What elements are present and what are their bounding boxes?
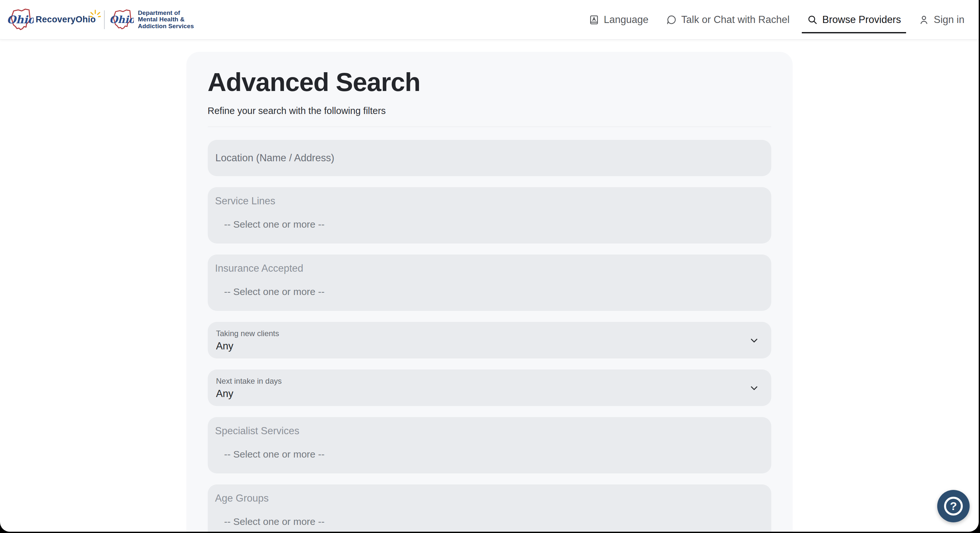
field-placeholder: -- Select one or more -- bbox=[224, 516, 762, 527]
location-input[interactable] bbox=[208, 140, 771, 176]
page-title: Advanced Search bbox=[208, 67, 771, 97]
ohio-script-text: Ohio bbox=[8, 13, 34, 25]
nav-label: Sign in bbox=[934, 14, 964, 25]
svg-text:?: ? bbox=[950, 500, 957, 512]
ohio-state-mark: Ohio bbox=[110, 8, 134, 32]
page-subtitle: Refine your search with the following fi… bbox=[208, 106, 771, 116]
age-groups-multiselect[interactable]: Age Groups -- Select one or more -- bbox=[208, 484, 771, 532]
field-value: Any bbox=[216, 388, 742, 400]
field-placeholder: -- Select one or more -- bbox=[224, 449, 762, 460]
ohio-state-outline-icon: Ohio bbox=[8, 7, 34, 32]
dept-line-1: Department of bbox=[138, 10, 194, 16]
magnifier-icon bbox=[807, 14, 818, 25]
recovery-ohio-logo[interactable]: Ohio bbox=[8, 7, 34, 32]
person-icon bbox=[918, 14, 929, 25]
insurance-accepted-multiselect[interactable]: Insurance Accepted -- Select one or more… bbox=[208, 254, 771, 311]
nav-item-language[interactable]: Language bbox=[589, 0, 649, 39]
dept-line-3: Addiction Services bbox=[138, 23, 194, 30]
active-tab-underline bbox=[802, 32, 906, 33]
next-intake-in-days-select[interactable]: Next intake in days Any bbox=[208, 370, 771, 406]
field-label: Next intake in days bbox=[216, 376, 742, 385]
specialist-services-multiselect[interactable]: Specialist Services -- Select one or mor… bbox=[208, 417, 771, 473]
field-placeholder: -- Select one or more -- bbox=[224, 286, 762, 297]
site-header: Ohio RecoveryOhio bbox=[0, 0, 979, 40]
field-label: Age Groups bbox=[215, 492, 762, 504]
field-label: Taking new clients bbox=[216, 329, 742, 338]
recovery-ohio-label: RecoveryOhio bbox=[36, 14, 95, 24]
filter-fields: Service Lines -- Select one or more -- I… bbox=[208, 140, 771, 532]
speech-bubble-icon bbox=[666, 14, 677, 25]
field-value: Any bbox=[216, 340, 742, 352]
chevron-down-icon bbox=[749, 382, 760, 393]
field-label: Specialist Services bbox=[215, 425, 762, 437]
main-nav: Language Talk or Chat with Rachel B bbox=[589, 0, 964, 39]
translate-book-icon bbox=[589, 14, 600, 25]
divider bbox=[208, 127, 771, 127]
mha-dept-logo[interactable]: Ohio Department of Mental Health & Addic… bbox=[110, 8, 194, 32]
nav-label: Language bbox=[604, 14, 649, 25]
main-content: Advanced Search Refine your search with … bbox=[0, 52, 979, 532]
nav-label: Talk or Chat with Rachel bbox=[681, 14, 789, 25]
help-circle-icon: ? bbox=[942, 495, 964, 517]
nav-item-talk-or-chat[interactable]: Talk or Chat with Rachel bbox=[666, 0, 789, 39]
dept-name: Department of Mental Health & Addiction … bbox=[138, 10, 194, 30]
recovery-ohio-wordmark: RecoveryOhio bbox=[36, 14, 95, 25]
field-label: Service Lines bbox=[215, 195, 762, 207]
brand-divider bbox=[104, 10, 105, 29]
dept-line-2: Mental Health & bbox=[138, 16, 194, 23]
nav-item-browse-providers[interactable]: Browse Providers bbox=[807, 0, 901, 39]
help-button[interactable]: ? bbox=[937, 490, 970, 522]
nav-label: Browse Providers bbox=[822, 14, 901, 25]
field-placeholder: -- Select one or more -- bbox=[224, 219, 762, 230]
brand-area: Ohio RecoveryOhio bbox=[8, 0, 194, 39]
field-label: Insurance Accepted bbox=[215, 262, 762, 274]
taking-new-clients-select[interactable]: Taking new clients Any bbox=[208, 322, 771, 359]
ohio-state-outline-icon: Ohio bbox=[110, 8, 134, 32]
advanced-search-card: Advanced Search Refine your search with … bbox=[186, 52, 793, 532]
sun-icon bbox=[90, 9, 101, 19]
nav-item-sign-in[interactable]: Sign in bbox=[918, 0, 964, 39]
ohio-script-text: Ohio bbox=[110, 14, 134, 25]
chevron-down-icon bbox=[749, 335, 760, 346]
service-lines-multiselect[interactable]: Service Lines -- Select one or more -- bbox=[208, 187, 771, 244]
browser-page: Ohio RecoveryOhio bbox=[0, 0, 979, 532]
